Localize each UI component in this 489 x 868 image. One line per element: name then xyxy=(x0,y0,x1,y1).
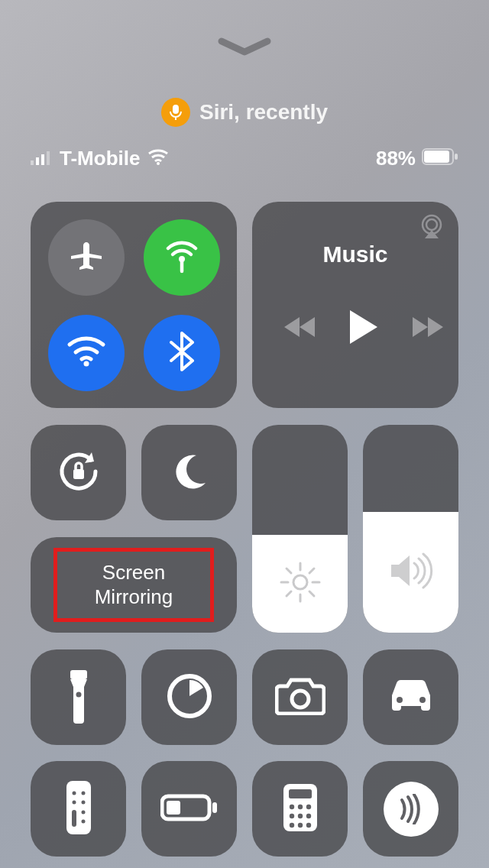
calculator-button[interactable] xyxy=(252,761,348,857)
volume-slider[interactable] xyxy=(363,425,458,633)
next-track-button[interactable] xyxy=(411,316,445,342)
svg-point-30 xyxy=(419,697,426,703)
apple-tv-remote-button[interactable] xyxy=(31,761,126,857)
flashlight-icon xyxy=(64,669,93,727)
svg-rect-36 xyxy=(72,810,76,827)
svg-point-49 xyxy=(306,813,310,818)
svg-point-45 xyxy=(297,804,302,808)
svg-point-37 xyxy=(81,810,85,814)
battery-icon xyxy=(422,147,458,170)
flashlight-button[interactable] xyxy=(31,649,126,745)
battery-percent: 88% xyxy=(376,147,416,170)
camera-button[interactable] xyxy=(252,649,348,745)
svg-rect-15 xyxy=(73,469,84,479)
carrier-label: T-Mobile xyxy=(60,147,140,170)
speaker-icon xyxy=(388,552,434,592)
svg-point-12 xyxy=(83,361,89,366)
svg-rect-5 xyxy=(47,151,50,165)
music-title: Music xyxy=(322,241,387,267)
screen-mirroring-label: ScreenMirroring xyxy=(95,561,173,608)
siri-label: Siri, recently xyxy=(199,100,328,125)
microphone-icon xyxy=(161,98,190,127)
orientation-lock-toggle[interactable] xyxy=(31,425,126,520)
music-tile[interactable]: Music xyxy=(252,202,458,408)
svg-line-22 xyxy=(309,591,314,596)
low-power-mode-button[interactable] xyxy=(141,761,237,857)
collapse-chevron-icon[interactable] xyxy=(217,37,272,61)
svg-rect-3 xyxy=(36,157,39,165)
car-icon xyxy=(384,679,438,717)
airplane-mode-toggle[interactable] xyxy=(48,219,125,296)
previous-track-button[interactable] xyxy=(283,316,316,342)
status-bar: T-Mobile 88% xyxy=(0,147,489,170)
siri-suggestion[interactable]: Siri, recently xyxy=(161,98,328,127)
calculator-icon xyxy=(282,782,319,836)
svg-rect-2 xyxy=(31,160,34,165)
svg-point-50 xyxy=(289,822,293,827)
moon-icon xyxy=(169,451,210,495)
driving-mode-button[interactable] xyxy=(363,649,458,745)
svg-rect-8 xyxy=(424,151,449,163)
svg-rect-4 xyxy=(41,154,44,165)
bluetooth-icon xyxy=(170,332,194,374)
svg-point-34 xyxy=(72,800,76,804)
connectivity-tile[interactable] xyxy=(31,202,237,408)
svg-rect-9 xyxy=(455,154,458,160)
svg-point-32 xyxy=(72,791,76,795)
camera-icon xyxy=(275,677,325,718)
nfc-icon xyxy=(384,782,439,837)
svg-point-51 xyxy=(297,822,302,827)
svg-rect-41 xyxy=(212,802,217,813)
timer-icon xyxy=(166,672,213,723)
cellular-data-toggle[interactable] xyxy=(144,219,220,296)
play-button[interactable] xyxy=(347,309,381,348)
airplane-icon xyxy=(68,238,105,277)
remote-icon xyxy=(65,779,92,839)
airplay-icon[interactable] xyxy=(417,214,446,243)
svg-point-38 xyxy=(81,819,85,823)
signal-icon xyxy=(31,147,52,170)
wifi-icon xyxy=(66,335,106,371)
battery-low-icon xyxy=(160,793,219,825)
brightness-slider[interactable] xyxy=(252,425,348,633)
screen-mirroring-button[interactable]: ScreenMirroring xyxy=(31,537,237,633)
svg-line-21 xyxy=(287,568,291,573)
wifi-status-icon xyxy=(147,147,169,170)
cellular-icon xyxy=(160,235,203,280)
svg-point-44 xyxy=(289,804,293,808)
svg-point-48 xyxy=(297,813,302,818)
svg-rect-31 xyxy=(66,781,91,834)
svg-point-16 xyxy=(293,575,307,589)
svg-point-47 xyxy=(289,813,293,818)
nfc-tag-button[interactable] xyxy=(363,761,458,857)
svg-point-46 xyxy=(306,804,310,808)
bluetooth-toggle[interactable] xyxy=(144,315,220,391)
svg-rect-40 xyxy=(167,801,180,815)
svg-point-52 xyxy=(306,822,310,827)
svg-line-24 xyxy=(287,591,291,596)
svg-point-26 xyxy=(76,691,81,697)
svg-point-14 xyxy=(426,219,437,230)
svg-point-35 xyxy=(81,800,85,804)
svg-point-6 xyxy=(157,162,160,165)
svg-point-29 xyxy=(397,697,403,703)
brightness-icon xyxy=(278,560,322,607)
timer-button[interactable] xyxy=(141,649,237,745)
svg-rect-0 xyxy=(173,105,179,114)
orientation-lock-icon xyxy=(53,446,104,500)
svg-point-28 xyxy=(292,691,309,708)
svg-rect-25 xyxy=(70,670,87,679)
wifi-toggle[interactable] xyxy=(48,315,125,391)
svg-line-23 xyxy=(309,568,314,573)
svg-rect-43 xyxy=(289,789,312,798)
svg-point-33 xyxy=(81,791,85,795)
do-not-disturb-toggle[interactable] xyxy=(141,425,237,520)
